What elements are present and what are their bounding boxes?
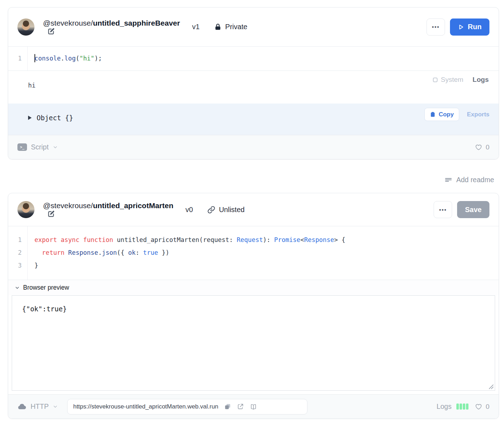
copy-button[interactable]: Copy bbox=[424, 108, 459, 121]
logs-link[interactable]: Logs bbox=[436, 402, 451, 411]
chevron-down-icon bbox=[53, 144, 58, 150]
line-number: 3 bbox=[8, 259, 27, 272]
val-header: @stevekrouse/untitled_sapphireBeaver v1 … bbox=[8, 7, 499, 46]
export-object-row[interactable]: Object {} bbox=[28, 114, 73, 122]
version-badge[interactable]: v1 bbox=[192, 23, 199, 31]
privacy-label: Private bbox=[225, 23, 247, 31]
heart-icon[interactable] bbox=[475, 143, 482, 151]
code-editor[interactable]: 1console.log("hi"); bbox=[8, 46, 499, 70]
val-name[interactable]: untitled_sapphireBeaver bbox=[93, 19, 180, 27]
code-line[interactable]: 2 return Response.json({ ok: true }) bbox=[8, 246, 499, 259]
more-options-button[interactable]: ••• bbox=[434, 201, 452, 218]
code-line[interactable]: 1console.log("hi"); bbox=[8, 52, 499, 65]
cloud-icon bbox=[17, 402, 27, 411]
heart-icon[interactable] bbox=[475, 403, 482, 410]
run-button[interactable]: Run bbox=[450, 19, 489, 36]
edit-pencil-icon[interactable] bbox=[47, 210, 55, 218]
lock-icon bbox=[214, 23, 222, 31]
save-button[interactable]: Save bbox=[457, 201, 489, 218]
open-external-icon[interactable] bbox=[237, 403, 244, 410]
val-title[interactable]: @stevekrouse/untitled_sapphireBeaver bbox=[43, 19, 180, 35]
line-number: 1 bbox=[8, 52, 27, 65]
browser-preview-toggle[interactable]: Browser preview bbox=[8, 280, 499, 295]
preview-response-text: {"ok":true} bbox=[22, 305, 67, 313]
line-number: 1 bbox=[8, 233, 27, 246]
docs-book-icon[interactable] bbox=[250, 403, 257, 410]
val-title[interactable]: @stevekrouse/untitled_apricotMarten bbox=[43, 201, 173, 218]
more-options-button[interactable]: ••• bbox=[427, 19, 445, 36]
likes[interactable]: 0 bbox=[475, 403, 489, 411]
val-card-sapphireBeaver: @stevekrouse/untitled_sapphireBeaver v1 … bbox=[8, 7, 499, 159]
readme-lines-icon bbox=[444, 176, 452, 184]
clipboard-icon bbox=[430, 111, 436, 117]
line-number: 2 bbox=[8, 246, 27, 259]
val-card-apricotMarten: @stevekrouse/untitled_apricotMarten v0 U… bbox=[8, 193, 499, 419]
logs-activity-meter bbox=[456, 404, 468, 410]
code-editor[interactable]: 1export async function untitled_apricotM… bbox=[8, 226, 499, 280]
logs-tab[interactable]: Logs bbox=[473, 76, 489, 84]
avatar[interactable] bbox=[17, 19, 34, 36]
chevron-down-icon bbox=[15, 285, 20, 290]
code-line[interactable]: 3} bbox=[8, 259, 499, 272]
chevron-down-icon bbox=[53, 404, 58, 409]
exports-section: Object {} Copy Exports bbox=[8, 104, 499, 135]
logs-section: System Logs hi bbox=[8, 70, 499, 104]
browser-preview-frame: {"ok":true} bbox=[12, 295, 495, 391]
add-readme-label: Add readme bbox=[456, 176, 494, 184]
disclosure-triangle-icon bbox=[28, 116, 32, 120]
copy-url-icon[interactable] bbox=[224, 403, 231, 410]
val-type-select[interactable]: >_ Script bbox=[17, 143, 58, 151]
val-footer: >_ Script 0 bbox=[8, 135, 499, 159]
edit-pencil-icon[interactable] bbox=[47, 27, 55, 35]
val-header: @stevekrouse/untitled_apricotMarten v0 U… bbox=[8, 193, 499, 226]
exports-label[interactable]: Exports bbox=[467, 111, 489, 118]
endpoint-url-bar: https://stevekrouse-untitled_apricotMart… bbox=[67, 399, 307, 415]
val-type-label: HTTP bbox=[31, 402, 49, 411]
endpoint-url[interactable]: https://stevekrouse-untitled_apricotMart… bbox=[73, 403, 218, 410]
export-value: Object {} bbox=[37, 114, 73, 122]
avatar[interactable] bbox=[17, 201, 34, 218]
version-badge[interactable]: v0 bbox=[186, 206, 193, 214]
val-footer: HTTP https://stevekrouse-untitled_aprico… bbox=[8, 394, 499, 418]
add-readme-button[interactable]: Add readme bbox=[0, 175, 494, 184]
system-tab[interactable]: System bbox=[433, 76, 463, 84]
privacy-badge[interactable]: Private bbox=[214, 23, 247, 31]
resize-handle[interactable] bbox=[488, 384, 494, 390]
val-owner[interactable]: @stevekrouse/ bbox=[43, 19, 93, 27]
link-icon bbox=[207, 206, 215, 214]
val-name[interactable]: untitled_apricotMarten bbox=[93, 201, 173, 210]
val-owner[interactable]: @stevekrouse/ bbox=[43, 201, 93, 210]
val-type-label: Script bbox=[31, 143, 49, 151]
val-type-select[interactable]: HTTP bbox=[17, 402, 58, 411]
likes-count: 0 bbox=[486, 403, 489, 411]
terminal-icon: >_ bbox=[17, 143, 27, 151]
likes-count: 0 bbox=[486, 143, 489, 151]
likes[interactable]: 0 bbox=[475, 143, 489, 151]
privacy-badge[interactable]: Unlisted bbox=[207, 206, 245, 214]
system-icon bbox=[433, 78, 438, 82]
privacy-label: Unlisted bbox=[219, 206, 245, 214]
code-line[interactable]: 1export async function untitled_apricotM… bbox=[8, 233, 499, 246]
browser-preview-body: {"ok":true} bbox=[8, 295, 499, 391]
log-output: hi bbox=[28, 82, 36, 89]
browser-preview-label: Browser preview bbox=[23, 284, 69, 291]
play-icon bbox=[458, 24, 464, 30]
